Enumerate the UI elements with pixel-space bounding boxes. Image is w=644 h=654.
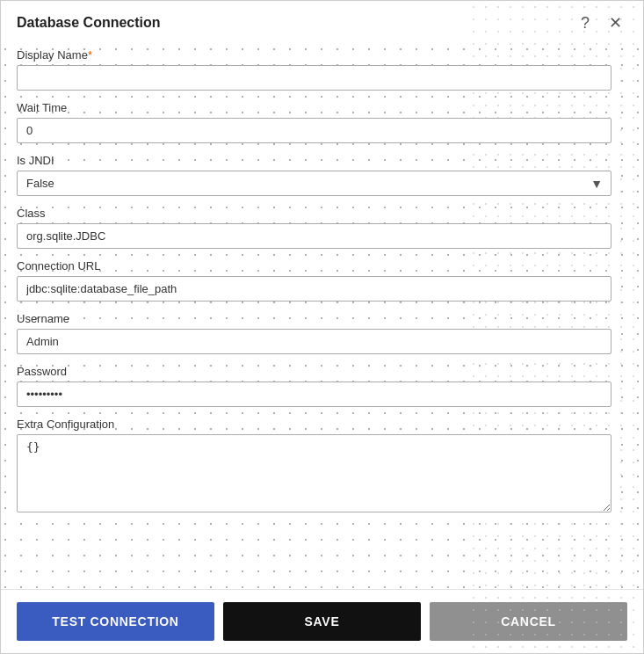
class-input[interactable]	[17, 223, 611, 249]
extra-config-group: Extra Configuration {}	[17, 418, 611, 516]
header-icons: ? ✕	[575, 11, 627, 34]
connection-url-label: Connection URL	[17, 259, 611, 272]
username-label: Username	[17, 312, 611, 325]
help-button[interactable]: ?	[575, 12, 595, 34]
required-asterisk: *	[88, 48, 92, 62]
form-inner: Display Name* Wait Time Is JNDI False Tr…	[17, 48, 611, 516]
is-jndi-label: Is JNDI	[17, 154, 611, 167]
dialog-footer: TEST CONNECTION SAVE CANCEL	[1, 589, 643, 653]
extra-config-label: Extra Configuration	[17, 418, 611, 431]
username-group: Username	[17, 312, 611, 354]
class-group: Class	[17, 207, 611, 249]
connection-url-group: Connection URL	[17, 259, 611, 302]
username-input[interactable]	[17, 329, 611, 354]
save-button[interactable]: SAVE	[223, 602, 421, 641]
is-jndi-select-wrapper: False True ▼	[17, 171, 611, 196]
test-connection-button[interactable]: TEST CONNECTION	[17, 602, 214, 641]
password-input[interactable]	[17, 382, 611, 407]
class-label: Class	[17, 207, 611, 220]
dialog-title: Database Connection	[17, 15, 161, 31]
password-label: Password	[17, 365, 611, 378]
password-group: Password	[17, 365, 611, 407]
wait-time-input[interactable]	[17, 118, 611, 143]
display-name-input[interactable]	[17, 65, 611, 91]
is-jndi-group: Is JNDI False True ▼	[17, 154, 611, 196]
database-connection-dialog: Database Connection ? ✕ Display Name* Wa…	[0, 0, 644, 654]
display-name-label: Display Name*	[17, 48, 611, 62]
close-button[interactable]: ✕	[604, 11, 627, 34]
dialog-body: Display Name* Wait Time Is JNDI False Tr…	[1, 41, 643, 589]
connection-url-input[interactable]	[17, 276, 611, 302]
extra-config-textarea[interactable]: {}	[17, 434, 611, 512]
wait-time-group: Wait Time	[17, 101, 611, 143]
display-name-group: Display Name*	[17, 48, 611, 91]
dialog-header: Database Connection ? ✕	[1, 1, 643, 41]
wait-time-label: Wait Time	[17, 101, 611, 114]
cancel-button[interactable]: CANCEL	[430, 602, 627, 641]
is-jndi-select[interactable]: False True	[17, 171, 611, 196]
